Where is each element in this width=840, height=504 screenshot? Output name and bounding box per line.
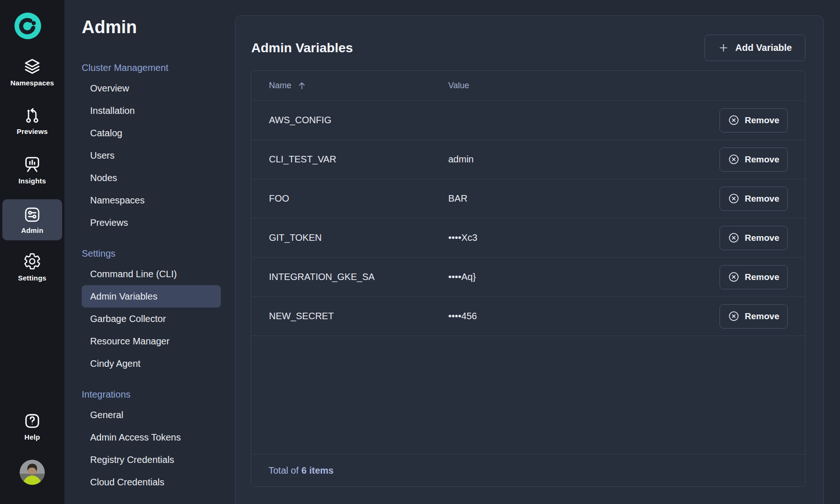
variable-value-cell: ••••Aq} (448, 272, 720, 282)
x-circle-icon (728, 310, 740, 322)
table-empty-space (251, 336, 805, 454)
rail-item-label: Settings (18, 274, 47, 282)
nav-section-cluster-management: Cluster ManagementOverviewInstallationCa… (82, 62, 221, 234)
sidebar-item-resource-manager[interactable]: Resource Manager (82, 330, 221, 352)
panel-title: Admin Variables (251, 41, 353, 56)
sidebar-item-cloud-credentials[interactable]: Cloud Credentials (82, 471, 221, 493)
rail-item-settings[interactable]: Settings (0, 252, 64, 282)
x-circle-icon (728, 232, 740, 244)
sliders-icon (23, 206, 41, 224)
rail-item-label: Help (24, 433, 40, 441)
variable-name-cell: INTEGRATION_GKE_SA (251, 272, 448, 282)
arrow-up-icon (297, 81, 307, 91)
table-row: CLI_TEST_VARadminRemove (251, 140, 805, 179)
nav-section-header: Settings (82, 248, 221, 259)
remove-variable-button[interactable]: Remove (720, 265, 788, 289)
rail-item-insights[interactable]: Insights (0, 155, 64, 185)
variable-value-cell: ••••456 (448, 311, 720, 322)
variable-value-cell: admin (448, 154, 720, 165)
remove-button-label: Remove (745, 233, 779, 243)
gear-icon (23, 252, 42, 271)
x-circle-icon (728, 154, 740, 165)
remove-button-label: Remove (745, 115, 779, 126)
sidebar-item-users[interactable]: Users (82, 144, 221, 167)
rail-item-namespaces[interactable]: Namespaces (0, 57, 64, 87)
variables-table: Name Value AWS_CONFIGRemoveCLI_TEST_VARa… (251, 70, 805, 487)
variable-name-cell: NEW_SECRET (251, 311, 448, 322)
x-circle-icon (728, 193, 740, 204)
total-label: Total of (268, 465, 298, 476)
sidebar-item-namespaces[interactable]: Namespaces (82, 189, 221, 211)
variable-name-cell: CLI_TEST_VAR (251, 154, 448, 165)
variable-value-cell: ••••Xc3 (448, 232, 720, 243)
remove-button-label: Remove (745, 194, 779, 204)
remove-button-label: Remove (745, 272, 779, 282)
variable-name-cell: FOO (251, 193, 448, 204)
rail-item-label: Insights (18, 177, 46, 185)
user-avatar[interactable] (20, 460, 45, 485)
remove-variable-button[interactable]: Remove (720, 147, 788, 172)
okteto-logo-icon[interactable] (14, 13, 41, 39)
remove-variable-button[interactable]: Remove (720, 108, 788, 133)
sidebar-item-installation[interactable]: Installation (82, 99, 221, 122)
variable-name-cell: AWS_CONFIG (251, 115, 448, 126)
remove-variable-button[interactable]: Remove (720, 304, 788, 329)
rail-item-label: Admin (21, 226, 43, 234)
table-row: FOOBARRemove (251, 179, 805, 218)
column-header-name: Name (269, 81, 291, 91)
sidebar-item-admin-access-tokens[interactable]: Admin Access Tokens (82, 426, 221, 448)
rail-item-admin[interactable]: Admin (2, 199, 62, 240)
table-row: NEW_SECRET••••456Remove (251, 297, 805, 336)
add-variable-button[interactable]: Add Variable (705, 35, 805, 61)
x-circle-icon (728, 271, 740, 283)
admin-sidebar: Admin Cluster ManagementOverviewInstalla… (64, 0, 235, 504)
variable-value-cell: BAR (448, 193, 720, 204)
sidebar-item-catalog[interactable]: Catalog (82, 122, 221, 144)
remove-button-label: Remove (745, 154, 779, 165)
table-footer: Total of 6 items (251, 454, 805, 486)
sidebar-item-command-line-cli-[interactable]: Command Line (CLI) (82, 263, 221, 285)
remove-variable-button[interactable]: Remove (720, 226, 788, 250)
total-count: 6 items (301, 465, 333, 476)
table-row: GIT_TOKEN••••Xc3Remove (251, 218, 805, 258)
panel-header: Admin Variables Add Variable (235, 16, 823, 61)
sidebar-item-garbage-collector[interactable]: Garbage Collector (82, 308, 221, 330)
add-variable-label: Add Variable (735, 42, 792, 53)
nav-section-integrations: IntegrationsGeneralAdmin Access TokensRe… (82, 389, 221, 493)
layers-icon (23, 57, 42, 76)
sidebar-item-general[interactable]: General (82, 404, 221, 426)
sort-ascending-button[interactable] (297, 81, 307, 91)
sidebar-title: Admin (82, 17, 221, 38)
nav-section-header: Integrations (82, 389, 221, 400)
rail-item-label: Namespaces (10, 79, 54, 87)
sidebar-item-overview[interactable]: Overview (82, 77, 221, 99)
sidebar-item-nodes[interactable]: Nodes (82, 167, 221, 189)
variable-name-cell: GIT_TOKEN (251, 232, 448, 243)
help-button[interactable]: Help (0, 412, 64, 441)
rail-item-label: Previews (17, 127, 48, 135)
table-row: INTEGRATION_GKE_SA••••Aq}Remove (251, 258, 805, 297)
admin-variables-panel: Admin Variables Add Variable Name (235, 15, 824, 504)
table-header-row: Name Value (251, 71, 805, 101)
remove-button-label: Remove (745, 311, 779, 322)
chart-board-icon (23, 155, 42, 174)
rail-item-previews[interactable]: Previews (0, 106, 64, 135)
question-icon (23, 412, 41, 430)
icon-rail: NamespacesPreviewsInsightsAdminSettings … (0, 0, 64, 504)
remove-variable-button[interactable]: Remove (720, 187, 788, 211)
git-preview-icon (23, 106, 41, 124)
sidebar-item-registry-credentials[interactable]: Registry Credentials (82, 448, 221, 471)
table-row: AWS_CONFIGRemove (251, 101, 805, 140)
plus-icon (718, 42, 729, 53)
nav-section-settings: SettingsCommand Line (CLI)Admin Variable… (82, 248, 221, 375)
column-header-value: Value (448, 81, 805, 91)
sidebar-item-previews[interactable]: Previews (82, 211, 221, 234)
nav-section-header: Cluster Management (82, 62, 221, 73)
sidebar-item-admin-variables[interactable]: Admin Variables (82, 285, 221, 308)
sidebar-item-cindy-agent[interactable]: Cindy Agent (82, 352, 221, 375)
x-circle-icon (728, 114, 740, 126)
